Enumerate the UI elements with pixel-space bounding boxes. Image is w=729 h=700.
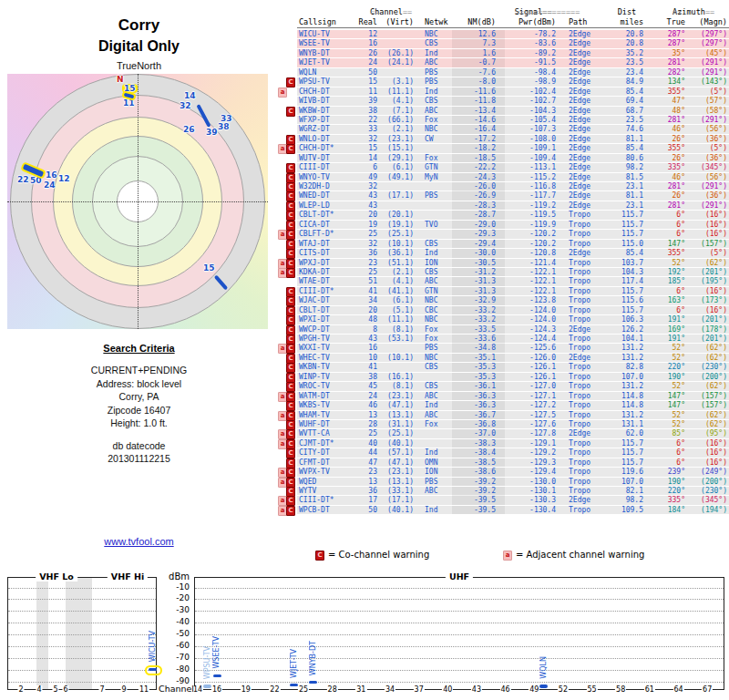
signal-bar[interactable] [309,681,317,685]
cell-cs[interactable]: WFXP-DT [297,116,355,125]
signal-bar[interactable] [290,684,298,687]
cell-true: 6° [649,439,685,448]
cell-pwr: -107.3 [505,125,561,134]
cell-cs[interactable]: WKBS-TV [297,401,355,410]
cell-cs[interactable]: WNLO-DT [297,135,355,144]
co-channel-marker: C [286,306,295,316]
cell-cs[interactable]: CHCH-DT [297,88,355,97]
cell-cs[interactable]: WHAM-TV [297,411,355,420]
table-row: aCCHCH-DT*15(15.1)-18.2-109.12Edge85.435… [297,144,729,152]
cell-cs[interactable]: KDKA-DT [297,268,355,277]
cell-cs[interactable]: WXXI-TV [297,344,355,353]
cell-cs[interactable]: WPGH-TV [297,335,355,344]
gridline [8,646,156,647]
cell-cs[interactable]: W32DH-D [297,182,355,191]
cell-pwr: -127.2 [505,401,561,410]
cell-cs[interactable]: WPCB-DT [297,506,355,515]
cell-virt: (6.1) [377,163,417,172]
cell-cs[interactable]: WVTT-CA [297,429,355,438]
cell-cs[interactable]: WKBW-DT [297,107,355,116]
cell-net [417,144,452,153]
cell-net: Ind [417,88,452,97]
cell-cs[interactable]: WQED [297,478,355,487]
cell-cs[interactable]: WPSU-TV [297,77,355,87]
cell-cs[interactable]: CITY-DT [297,448,355,458]
cell-cs[interactable]: CFMT-DT [297,458,355,468]
cell-cs[interactable]: WYTV [297,487,355,496]
cell-magn: (157°) [685,401,729,410]
dbm-tick-label: -30 [164,605,190,614]
cell-cs[interactable]: WJAC-DT [297,296,355,305]
cell-virt: (2.1) [377,268,417,277]
signal-bar[interactable] [539,685,548,688]
polar-channel-label: 26 [183,125,195,134]
cell-cs[interactable]: WUHF-DT [297,420,355,429]
cell-cs[interactable]: WGRZ-DT [297,125,355,134]
cell-cs[interactable]: WICU-TV [297,30,355,39]
co-channel-marker: C [286,458,295,468]
cell-cs[interactable]: CBLT-DT* [297,211,355,220]
cell-cs[interactable]: WLEP-LD [297,201,355,211]
cell-path: Tropo [561,487,605,496]
cell-miles: 81.5 [605,173,649,182]
signal-bar[interactable] [203,685,211,688]
azimuth-polar-plot: N 1511143226333839225016241215 [7,74,268,329]
channel-tick-label: 11 [139,685,149,694]
cell-cs[interactable]: WTAE-DT [297,277,355,286]
cell-cs[interactable]: CIII-DT* [297,287,355,296]
cell-cs[interactable]: CIII-DT* [297,496,355,505]
cell-cs[interactable]: WNED-DT [297,191,355,201]
polar-channel-label: 15 [203,263,215,273]
co-channel-marker: C [286,315,295,325]
column-header: Netwk [417,17,452,26]
cell-cs[interactable]: CBLT-DT [297,306,355,315]
table-row: CWKBW-DT38(7.1)ABC-13.4-104.32Edge68.748… [297,107,729,115]
cell-net: TVO [417,221,452,230]
cell-pwr: -129.2 [505,448,561,458]
cell-cs[interactable]: WROC-TV [297,382,355,391]
cell-cs[interactable]: WWCP-DT [297,325,355,335]
cell-cs[interactable]: CICA-DT [297,221,355,230]
cell-cs[interactable]: WTAJ-DT [297,240,355,249]
cell-cs[interactable]: CBLFT-D* [297,230,355,239]
cell-cs[interactable]: CIII-DT [297,163,355,172]
cell-cs[interactable]: WKBN-TV [297,363,355,372]
cell-cs[interactable]: CHCH-DT* [297,144,355,153]
cell-nm: -28.3 [452,201,505,211]
cell-miles: 103.7 [605,259,649,268]
cell-cs[interactable]: WPXI-DT [297,315,355,324]
cell-cs[interactable]: WIVB-DT [297,97,355,106]
cell-cs[interactable]: WVPX-TV [297,468,355,477]
cell-virt: (36.1) [377,249,417,258]
cell-virt: (10.1) [377,354,417,363]
cell-path: Tropo [561,401,605,410]
cell-cs[interactable]: WINP-TV [297,373,355,382]
cell-cs[interactable]: WNYO-TV [297,173,355,182]
cell-nm: -16.4 [452,125,505,134]
cell-nm: 12.6 [452,30,505,39]
cell-miles: 98.2 [605,496,649,505]
cell-cs[interactable]: CITS-DT [297,249,355,258]
cell-cs[interactable]: WATM-DT [297,392,355,401]
cell-nm: -39.5 [452,506,505,515]
cell-cs[interactable]: WJET-TV [297,58,355,67]
cell-nm: -33.2 [452,315,505,324]
cell-nm: -38.5 [452,458,505,468]
cell-cs[interactable]: WPXJ-DT [297,259,355,268]
cell-cs[interactable]: WUTV-DT [297,154,355,163]
table-row: WIVB-DT39(4.1)CBS-11.8-102.72Edge69.447°… [297,97,729,105]
table-row: WQLN50PBS-7.6-98.42Edge23.4282°(291°) [297,68,729,77]
cell-cs[interactable]: WSEE-TV [297,39,355,48]
signal-bar[interactable] [213,674,221,678]
table-row: WTAE-DT51(4.1)ABC-31.3-122.1Tropo117.418… [297,277,729,285]
cell-virt: (23.1) [377,392,417,401]
cell-cs[interactable]: WHEC-TV [297,354,355,363]
gridline [195,588,724,589]
cell-miles: 107.0 [605,478,649,487]
cell-cs[interactable]: WNYB-DT [297,49,355,58]
cell-cs[interactable]: CJMT-DT* [297,439,355,448]
cell-nm: -36.7 [452,411,505,420]
channel-tick-label: 52 [558,685,569,694]
cell-cs[interactable]: WQLN [297,68,355,77]
tvfool-link[interactable]: www.tvfool.com [0,536,278,547]
